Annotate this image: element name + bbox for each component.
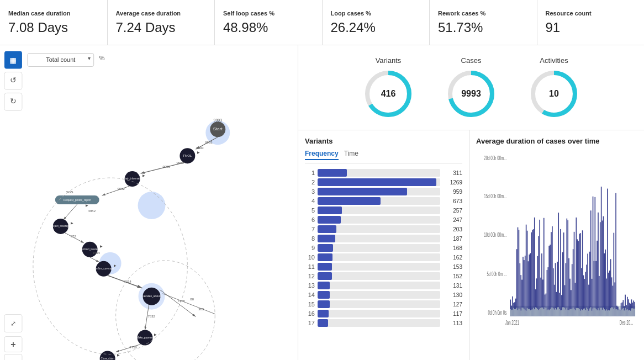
svg-text:SGS: SGS bbox=[66, 190, 73, 194]
variant-row[interactable]: 16 117 bbox=[305, 310, 462, 317]
variant-count: 1269 bbox=[443, 179, 462, 186]
svg-rect-147 bbox=[561, 310, 562, 316]
svg-rect-208 bbox=[625, 308, 626, 316]
variant-bar-container bbox=[318, 282, 440, 289]
svg-rect-201 bbox=[617, 310, 619, 316]
svg-rect-203 bbox=[620, 310, 621, 316]
variant-bar-container bbox=[318, 310, 440, 317]
variant-row[interactable]: 6 247 bbox=[305, 216, 462, 224]
svg-rect-169 bbox=[584, 309, 585, 316]
chart-bar bbox=[603, 216, 604, 316]
variant-row[interactable]: 7 203 bbox=[305, 225, 462, 233]
variant-row[interactable]: 2 1269 bbox=[305, 178, 462, 186]
svg-rect-113 bbox=[526, 311, 527, 316]
svg-rect-187 bbox=[603, 308, 604, 316]
svg-rect-117 bbox=[530, 310, 531, 316]
svg-text:Make_payment: Make_payment bbox=[136, 336, 154, 339]
metric-value: 7.24 Days bbox=[116, 20, 207, 35]
variant-row[interactable]: 11 153 bbox=[305, 263, 462, 271]
svg-rect-184 bbox=[600, 308, 601, 316]
variant-row[interactable]: 17 113 bbox=[305, 319, 462, 327]
variant-row[interactable]: 13 131 bbox=[305, 282, 462, 289]
svg-rect-142 bbox=[556, 309, 557, 316]
chart-bar bbox=[592, 279, 593, 316]
svg-rect-163 bbox=[578, 308, 579, 316]
svg-rect-212 bbox=[629, 310, 630, 316]
svg-text:15d 00h 00m...: 15d 00h 00m... bbox=[484, 193, 506, 199]
svg-rect-209 bbox=[626, 310, 627, 316]
variant-num: 8 bbox=[305, 235, 315, 242]
svg-text:▶: ▶ bbox=[114, 264, 117, 267]
chart-bar bbox=[598, 213, 599, 316]
metric-value: 26.24% bbox=[331, 20, 421, 35]
duration-panel: Average duration of cases over time 20d … bbox=[469, 130, 644, 360]
tab-frequency[interactable]: Frequency bbox=[305, 150, 339, 160]
chart-bar bbox=[573, 249, 574, 316]
svg-text:9993: 9993 bbox=[214, 118, 223, 122]
chart-bar bbox=[615, 193, 616, 316]
chart-bar bbox=[532, 230, 533, 316]
svg-text:Contact_insured: Contact_insured bbox=[81, 248, 99, 251]
variant-row[interactable]: 10 162 bbox=[305, 253, 462, 261]
variant-count: 117 bbox=[443, 311, 462, 317]
chart-bar bbox=[537, 256, 539, 316]
variant-bar bbox=[318, 263, 332, 271]
svg-rect-205 bbox=[622, 309, 623, 316]
variant-count: 162 bbox=[443, 255, 462, 261]
variant-count: 153 bbox=[443, 264, 462, 270]
variant-count: 131 bbox=[443, 283, 462, 289]
svg-rect-102 bbox=[514, 309, 515, 316]
svg-rect-140 bbox=[554, 310, 555, 316]
variant-row[interactable]: 14 130 bbox=[305, 291, 462, 299]
svg-text:↺: ↺ bbox=[10, 76, 17, 84]
svg-text:FNOL: FNOL bbox=[183, 154, 192, 157]
svg-rect-148 bbox=[562, 308, 563, 316]
metric-card-rework-cases: Rework cases % 51.73% bbox=[430, 0, 537, 45]
svg-point-13 bbox=[138, 192, 166, 219]
variant-row[interactable]: 9 168 bbox=[305, 244, 462, 252]
chart-bar bbox=[520, 275, 521, 316]
variant-row[interactable]: 3 959 bbox=[305, 188, 462, 195]
svg-rect-129 bbox=[542, 308, 543, 316]
chart-bar bbox=[550, 245, 551, 316]
svg-rect-197 bbox=[613, 309, 614, 316]
svg-rect-176 bbox=[592, 311, 593, 316]
svg-text:Start: Start bbox=[213, 126, 223, 131]
variant-count: 673 bbox=[443, 198, 462, 204]
cases-value: 9993 bbox=[461, 89, 481, 99]
svg-rect-215 bbox=[632, 308, 633, 316]
svg-text:0d 0h 0m 0s: 0d 0h 0m 0s bbox=[488, 310, 507, 316]
variant-row[interactable]: 8 187 bbox=[305, 235, 462, 242]
svg-rect-127 bbox=[540, 308, 541, 316]
svg-rect-134 bbox=[547, 309, 548, 316]
svg-rect-144 bbox=[558, 307, 559, 316]
svg-rect-213 bbox=[630, 311, 631, 316]
variants-tabs: Frequency Time bbox=[305, 150, 462, 163]
variant-count: 187 bbox=[443, 236, 462, 242]
svg-rect-145 bbox=[559, 309, 560, 316]
tab-time[interactable]: Time bbox=[344, 150, 358, 160]
variant-row[interactable]: 5 257 bbox=[305, 207, 462, 214]
variant-count: 152 bbox=[443, 273, 462, 279]
cases-circle-item: Cases 9993 bbox=[446, 56, 496, 119]
svg-text:7710: 7710 bbox=[130, 346, 138, 350]
variant-row[interactable]: 1 311 bbox=[305, 169, 462, 177]
variant-row[interactable]: 4 673 bbox=[305, 197, 462, 205]
svg-rect-101 bbox=[513, 308, 514, 316]
chart-bar bbox=[578, 241, 579, 316]
cases-label: Cases bbox=[461, 56, 482, 65]
svg-text:▶: ▶ bbox=[154, 333, 157, 336]
variant-row[interactable]: 12 152 bbox=[305, 272, 462, 280]
svg-text:+: + bbox=[10, 340, 15, 349]
svg-text:%: % bbox=[99, 55, 105, 61]
chart-bar bbox=[533, 229, 534, 316]
chart-bar bbox=[602, 220, 603, 316]
variant-bar bbox=[318, 235, 335, 242]
variant-bar bbox=[318, 310, 329, 317]
chart-bar bbox=[558, 213, 559, 316]
svg-rect-111 bbox=[524, 309, 525, 316]
variant-row[interactable]: 15 127 bbox=[305, 300, 462, 308]
svg-text:Calculate_amount: Calculate_amount bbox=[141, 295, 162, 298]
chart-bar bbox=[519, 230, 520, 316]
svg-rect-181 bbox=[597, 310, 598, 316]
